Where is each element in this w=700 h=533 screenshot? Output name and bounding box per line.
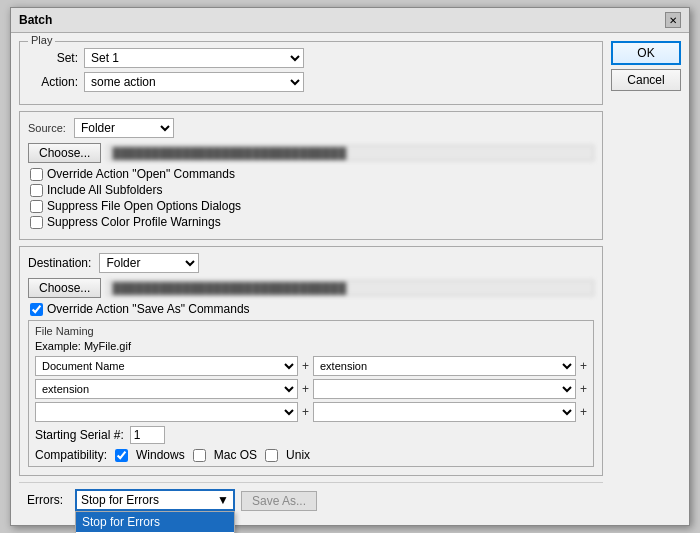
suppress-open-row: Suppress File Open Options Dialogs <box>28 199 594 213</box>
serial-row: Starting Serial #: <box>35 426 587 444</box>
naming-row-1: Document Name + extension + <box>35 356 587 376</box>
macos-checkbox[interactable] <box>193 449 206 462</box>
source-path-row: Choose... ██████████████████████████████ <box>28 143 594 163</box>
include-subfolders-checkbox[interactable] <box>30 184 43 197</box>
action-row: Action: some action <box>28 72 594 92</box>
errors-select-display[interactable]: Stop for Errors ▼ <box>75 489 235 511</box>
side-buttons: OK Cancel <box>611 41 681 517</box>
errors-label: Errors: <box>27 493 69 507</box>
example-text: Example: MyFile.gif <box>35 340 587 352</box>
plus-1: + <box>302 359 309 373</box>
suppress-open-label: Suppress File Open Options Dialogs <box>47 199 241 213</box>
cancel-button[interactable]: Cancel <box>611 69 681 91</box>
windows-checkbox[interactable] <box>115 449 128 462</box>
plus-5: + <box>302 405 309 419</box>
override-saveas-label: Override Action "Save As" Commands <box>47 302 250 316</box>
errors-bar: Errors: Stop for Errors ▼ Stop for Error… <box>19 482 603 517</box>
source-section: Source: Folder Choose... ███████████████… <box>19 111 603 240</box>
override-open-row: Override Action "Open" Commands <box>28 167 594 181</box>
suppress-color-label: Suppress Color Profile Warnings <box>47 215 221 229</box>
naming-combo-1b[interactable]: extension <box>313 356 576 376</box>
suppress-open-checkbox[interactable] <box>30 200 43 213</box>
serial-label: Starting Serial #: <box>35 428 124 442</box>
destination-folder-dropdown[interactable]: Folder <box>99 253 199 273</box>
serial-input[interactable] <box>130 426 165 444</box>
compat-label: Compatibility: <box>35 448 107 462</box>
suppress-color-checkbox[interactable] <box>30 216 43 229</box>
include-subfolders-label: Include All Subfolders <box>47 183 162 197</box>
plus-4: + <box>580 382 587 396</box>
errors-dropdown-arrow: ▼ <box>217 493 229 507</box>
close-button[interactable]: ✕ <box>665 12 681 28</box>
ok-button[interactable]: OK <box>611 41 681 65</box>
action-label: Action: <box>28 75 78 89</box>
set-row: Set: Set 1 <box>28 48 594 68</box>
play-section: Play Set: Set 1 Action: some action <box>19 41 603 105</box>
errors-current-value: Stop for Errors <box>81 493 159 507</box>
destination-section: Destination: Folder Choose... ██████████… <box>19 246 603 476</box>
plus-3: + <box>302 382 309 396</box>
source-folder-dropdown[interactable]: Folder <box>74 118 174 138</box>
source-choose-button[interactable]: Choose... <box>28 143 101 163</box>
dialog-title: Batch <box>19 13 52 27</box>
macos-label: Mac OS <box>214 448 257 462</box>
main-content: Play Set: Set 1 Action: some action <box>19 41 603 517</box>
plus-2: + <box>580 359 587 373</box>
override-open-checkbox[interactable] <box>30 168 43 181</box>
naming-row-2: extension + + <box>35 379 587 399</box>
file-naming-section: File Naming Example: MyFile.gif Document… <box>28 320 594 467</box>
set-label: Set: <box>28 51 78 65</box>
errors-dropdown-container: Stop for Errors ▼ Stop for Errors Log Er… <box>75 489 235 511</box>
play-section-label: Play <box>28 34 55 46</box>
plus-6: + <box>580 405 587 419</box>
naming-combo-2b[interactable] <box>313 379 576 399</box>
naming-combo-3b[interactable] <box>313 402 576 422</box>
dest-path: ██████████████████████████████ <box>107 280 594 296</box>
errors-option-stop[interactable]: Stop for Errors <box>76 512 234 532</box>
override-open-label: Override Action "Open" Commands <box>47 167 235 181</box>
unix-label: Unix <box>286 448 310 462</box>
source-label: Source: <box>28 122 66 134</box>
file-naming-label: File Naming <box>35 325 587 337</box>
title-bar: Batch ✕ <box>11 8 689 33</box>
include-subfolders-row: Include All Subfolders <box>28 183 594 197</box>
dest-choose-button[interactable]: Choose... <box>28 278 101 298</box>
override-saveas-checkbox[interactable] <box>30 303 43 316</box>
compat-row: Compatibility: Windows Mac OS Unix <box>35 448 587 462</box>
naming-row-3: + + <box>35 402 587 422</box>
suppress-color-row: Suppress Color Profile Warnings <box>28 215 594 229</box>
naming-combo-1a[interactable]: Document Name <box>35 356 298 376</box>
naming-combo-3a[interactable] <box>35 402 298 422</box>
override-saveas-row: Override Action "Save As" Commands <box>28 302 594 316</box>
batch-dialog: Batch ✕ Play Set: Set 1 Action: some act… <box>10 7 690 526</box>
save-as-button: Save As... <box>241 491 317 511</box>
source-path: ██████████████████████████████ <box>107 145 594 161</box>
errors-dropdown-menu: Stop for Errors Log Errors to File <box>75 511 235 533</box>
dest-path-row: Choose... ██████████████████████████████ <box>28 278 594 298</box>
action-dropdown[interactable]: some action <box>84 72 304 92</box>
destination-label: Destination: <box>28 256 91 270</box>
windows-label: Windows <box>136 448 185 462</box>
unix-checkbox[interactable] <box>265 449 278 462</box>
dialog-body: Play Set: Set 1 Action: some action <box>11 33 689 525</box>
set-dropdown[interactable]: Set 1 <box>84 48 304 68</box>
naming-combo-2a[interactable]: extension <box>35 379 298 399</box>
